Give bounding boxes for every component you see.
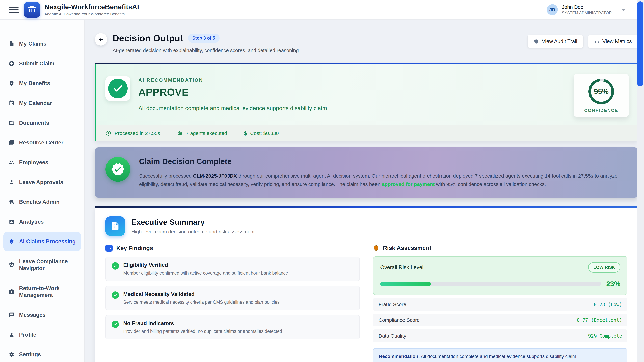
document-icon [110,221,120,231]
sidebar-item-return-to-work[interactable]: Return-to-Work Management [0,278,84,305]
check-circle-icon [112,292,119,299]
user-name: John Doe [562,4,612,10]
people-icon [9,160,14,165]
check-circle-icon [112,321,119,328]
score-value: 0.77 (Excellent) [577,318,622,323]
sidebar-item-label: Benefits Admin [19,198,60,205]
chevron-down-icon[interactable] [622,8,626,11]
folder-icon [9,120,14,126]
plus-circle-icon [9,61,14,66]
bank-icon [27,5,37,14]
shield-search-icon [9,262,14,268]
sidebar-item-messages[interactable]: Messages [0,305,84,325]
user-role: SYSTEM ADMINISTRATOR [562,11,612,15]
hamburger-menu-icon[interactable] [9,5,18,14]
score-row: Data Quality 92% Complete [373,330,628,342]
sidebar-item-my-calendar[interactable]: My Calendar [0,93,84,113]
risk-assessment-column: Risk Assessment Overall Risk Level LOW R… [373,245,628,362]
score-value: 92% Complete [588,333,622,339]
confidence-label: CONFIDENCE [584,108,618,113]
finding-title: No Fraud Indicators [123,320,282,327]
approval-stamp-icon [9,179,14,185]
sidebar-item-label: Employees [19,159,48,166]
confidence-value: 95% [594,87,608,96]
stat-agents: 7 agents executed [177,130,227,136]
sidebar-item-label: My Benefits [19,80,50,87]
app-tagline: Agentic AI Powering Your Workforce Benef… [44,12,139,16]
chat-icon [9,312,14,318]
shield-person-icon [9,199,14,205]
sidebar-nav: My Claims Submit Claim My Benefits My Ca… [0,20,85,362]
recommendation-summary: All documentation complete and medical e… [138,105,327,111]
medical-briefcase-icon [9,289,14,295]
sidebar-item-documents[interactable]: Documents [0,113,84,133]
page-scrollbar[interactable] [636,0,644,362]
sidebar-item-label: Resource Center [19,139,64,146]
approved-highlight: approved for payment [382,181,434,187]
sidebar-item-analytics[interactable]: Analytics [0,212,84,232]
risk-progress-fill [380,282,431,286]
sidebar-item-my-claims[interactable]: My Claims [0,34,84,54]
banner-text: Successfully processed CLM-2025-JF0JDX t… [139,172,628,188]
sidebar-item-profile[interactable]: Profile [0,325,84,345]
ai-recommendation-card: AI RECOMMENDATION APPROVE All documentat… [95,63,638,141]
page-title: Decision Output [112,33,183,43]
page-subtitle: AI-generated decision with explainabilit… [112,48,299,53]
key-findings-heading: Key Findings [116,245,153,251]
arrow-left-icon [98,36,104,42]
processing-stats-bar: Processed in 27.55s 7 agents executed $ … [95,125,638,141]
person-icon [9,332,14,338]
robot-icon [177,130,183,136]
gear-icon [9,352,14,357]
sidebar-item-settings[interactable]: Settings [0,345,84,362]
check-circle-icon [108,79,128,98]
claim-decision-banner: Claim Decision Complete Successfully pro… [95,147,638,198]
app-title: Nexgile-WorkforceBenefitsAI [44,3,139,11]
sidebar-item-submit-claim[interactable]: Submit Claim [0,54,84,73]
risk-progress-track [380,282,601,286]
sidebar-item-leave-approvals[interactable]: Leave Approvals [0,172,84,192]
sidebar-item-label: Settings [19,351,41,358]
claim-id: CLM-2025-JF0JDX [193,173,237,179]
risk-level-badge: LOW RISK [588,262,620,273]
view-metrics-button[interactable]: View Metrics [588,34,638,48]
shield-icon [534,39,539,44]
app-header: Nexgile-WorkforceBenefitsAI Agentic AI P… [0,0,644,20]
shield-amber-icon [373,245,379,251]
scrollbar-thumb[interactable] [637,1,643,86]
back-button[interactable] [95,33,107,45]
sidebar-item-label: AI Claims Processing [19,238,76,245]
sidebar-item-resource-center[interactable]: Resource Center [0,133,84,152]
recommendation-decision: APPROVE [138,86,327,98]
score-value: 0.23 (Low) [594,302,622,307]
finding-title: Eligibility Verified [123,262,288,268]
approve-icon-box [106,76,130,101]
banner-title: Claim Decision Complete [139,157,628,166]
metrics-bars-icon [594,39,600,44]
sidebar-item-leave-compliance-navigator[interactable]: Leave Compliance Navigator [0,251,84,278]
stat-processed: Processed in 27.55s [106,130,160,136]
sidebar-item-label: Messages [19,311,46,318]
view-audit-trail-button[interactable]: View Audit Trail [527,34,584,48]
recommendation-eyebrow: AI RECOMMENDATION [138,77,327,83]
sidebar-item-label: Documents [19,119,49,126]
note-label: Recommendation: [379,354,420,359]
overall-risk-panel: Overall Risk Level LOW RISK 23% [373,256,628,295]
score-row: Fraud Score 0.23 (Low) [373,298,628,311]
user-menu[interactable]: JD John Doe SYSTEM ADMINISTRATOR [547,4,626,15]
finding-desc: Provider and billing patterns verified, … [123,329,282,334]
sidebar-item-label: Profile [19,331,36,338]
sidebar-item-my-benefits[interactable]: My Benefits [0,73,84,93]
finding-item: Eligibility Verified Member eligibility … [106,257,360,281]
shield-plus-icon [9,80,14,86]
finding-item: Medical Necessity Validated Service meet… [106,286,360,310]
sidebar-item-benefits-admin[interactable]: Benefits Admin [0,192,84,212]
executive-summary-card: Executive Summary High-level claim decis… [95,206,638,362]
risk-recommendation-note: Recommendation: All documentation comple… [373,348,628,362]
finding-item: No Fraud Indicators Provider and billing… [106,315,360,339]
finding-desc: Member eligibility confirmed with active… [123,271,288,276]
button-label: View Audit Trail [542,38,577,44]
sidebar-item-ai-claims-processing[interactable]: AI Claims Processing [3,232,81,251]
key-findings-column: Key Findings Eligibility Verified Member… [106,245,360,362]
sidebar-item-employees[interactable]: Employees [0,152,84,172]
